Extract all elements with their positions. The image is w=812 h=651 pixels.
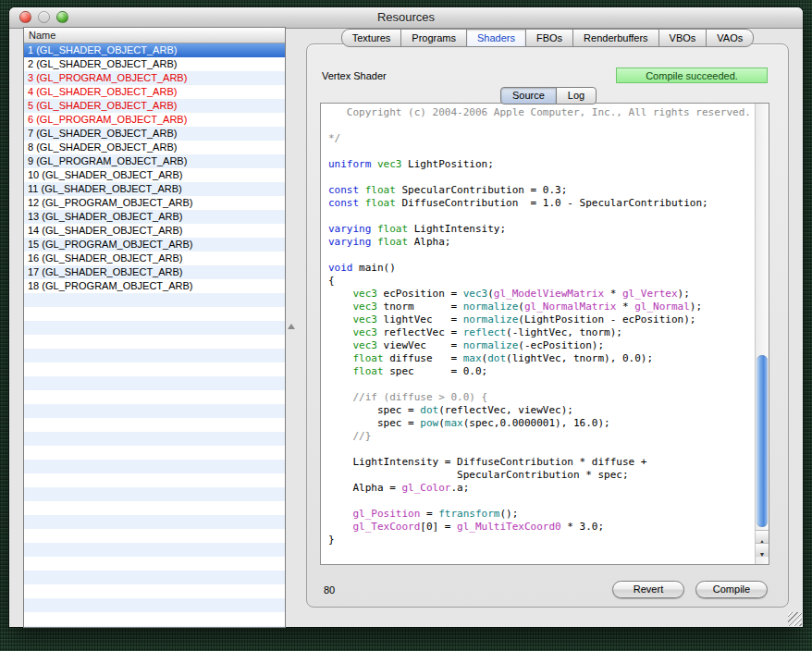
code-line: } (328, 534, 753, 547)
tab-textures[interactable]: Textures (341, 29, 402, 47)
list-empty-row (24, 349, 285, 362)
code-line: spec = pow(max(spec,0.0000001), 16.0); (328, 417, 753, 430)
code-line (328, 119, 753, 132)
list-item[interactable]: 3 (GL_PROGRAM_OBJECT_ARB) (24, 71, 285, 85)
code-line: float spec = 0.0; (328, 365, 753, 378)
list-empty-row (24, 473, 285, 487)
close-icon[interactable] (19, 11, 31, 23)
scroll-down-button[interactable]: ▼ (756, 543, 769, 557)
list-empty-row (24, 335, 285, 349)
code-line: vec3 ecPosition = vec3(gl_ModelViewMatri… (328, 288, 753, 301)
code-line: LightIntensity = DiffuseContribution * d… (328, 456, 753, 469)
segment-log[interactable]: Log (556, 87, 597, 104)
code-line: varying float LightIntensity; (328, 223, 753, 236)
vertical-scrollbar[interactable]: ▲ ▼ (755, 104, 769, 564)
list-item[interactable]: 17 (GL_SHADER_OBJECT_ARB) (24, 265, 285, 279)
tab-vbos[interactable]: VBOs (658, 29, 707, 47)
list-empty-row (24, 362, 285, 376)
list-item[interactable]: 15 (GL_PROGRAM_OBJECT_ARB) (24, 238, 285, 252)
list-empty-row (24, 626, 285, 628)
shader-source-editor[interactable]: Copyright (c) 2004-2006 Apple Computer, … (320, 103, 769, 565)
list-scroll-indicator[interactable] (288, 324, 295, 329)
list-empty-row (24, 584, 285, 598)
list-item[interactable]: 14 (GL_SHADER_OBJECT_ARB) (24, 224, 285, 238)
zoom-icon[interactable] (56, 11, 68, 23)
code-line: gl_Position = ftransform(); (328, 508, 753, 521)
window-title: Resources (9, 7, 803, 28)
code-line: vec3 viewVec = normalize(-ecPosition); (328, 339, 753, 352)
code-line: SpecularContribution * spec; (328, 469, 753, 482)
list-item[interactable]: 2 (GL_SHADER_OBJECT_ARB) (24, 57, 285, 71)
list-item[interactable]: 8 (GL_SHADER_OBJECT_ARB) (24, 141, 285, 154)
list-empty-row (24, 293, 285, 307)
down-arrow-icon: ▼ (759, 548, 766, 560)
list-item[interactable]: 11 (GL_SHADER_OBJECT_ARB) (24, 182, 285, 196)
list-empty-row (24, 501, 285, 515)
source-log-segments: SourceLog (500, 87, 597, 104)
resource-list-rows: 1 (GL_SHADER_OBJECT_ARB)2 (GL_SHADER_OBJ… (24, 43, 285, 627)
code-line: uniform vec3 LightPosition; (328, 158, 753, 171)
list-item[interactable]: 9 (GL_PROGRAM_OBJECT_ARB) (24, 154, 285, 168)
code-line: varying float Alpha; (328, 236, 753, 249)
tab-shaders[interactable]: Shaders (466, 29, 526, 47)
code-line (328, 495, 753, 508)
code-line (328, 210, 753, 223)
revert-button[interactable]: Revert (612, 581, 684, 598)
segment-source[interactable]: Source (500, 87, 557, 104)
list-empty-row (24, 515, 285, 529)
list-empty-row (24, 612, 285, 626)
list-header-name[interactable]: Name (24, 28, 285, 43)
code-line: //if (diffuse > 0.0) { (328, 391, 753, 404)
title-bar[interactable]: Resources (9, 7, 803, 29)
compile-button[interactable]: Compile (695, 581, 768, 598)
tab-bar: TexturesProgramsShadersFBOsRenderbuffers… (306, 29, 789, 47)
list-empty-row (24, 571, 285, 584)
list-empty-row (24, 543, 285, 557)
code-line (328, 171, 753, 184)
scroll-up-button[interactable]: ▲ (756, 530, 769, 544)
code-line: void main() (328, 262, 753, 275)
list-item[interactable]: 6 (GL_PROGRAM_OBJECT_ARB) (24, 113, 285, 127)
list-item[interactable]: 5 (GL_SHADER_OBJECT_ARB) (24, 99, 285, 113)
code-line (328, 378, 753, 391)
list-empty-row (24, 529, 285, 543)
code-content: Copyright (c) 2004-2006 Apple Computer, … (328, 106, 753, 564)
traffic-lights (19, 11, 68, 23)
minimize-icon[interactable] (38, 11, 50, 23)
list-item[interactable]: 4 (GL_SHADER_OBJECT_ARB) (24, 85, 285, 99)
code-line: const float SpecularContribution = 0.3; (328, 184, 753, 197)
code-line: const float DiffuseContribution = 1.0 - … (328, 197, 753, 210)
list-empty-row (24, 418, 285, 432)
code-line (328, 145, 753, 158)
list-item[interactable]: 16 (GL_SHADER_OBJECT_ARB) (24, 252, 285, 265)
desktop-background: Resources Name 1 (GL_SHADER_OBJECT_ARB)2… (0, 0, 812, 651)
code-line: { (328, 275, 753, 288)
code-line: Alpha = gl_Color.a; (328, 482, 753, 495)
code-line: */ (328, 132, 753, 145)
tab-fbos[interactable]: FBOs (525, 29, 573, 47)
scrollbar-thumb[interactable] (757, 355, 768, 527)
list-item[interactable]: 13 (GL_SHADER_OBJECT_ARB) (24, 210, 285, 224)
tab-vaos[interactable]: VAOs (706, 29, 754, 47)
shader-object-id: 80 (324, 584, 335, 596)
list-item[interactable]: 12 (GL_PROGRAM_OBJECT_ARB) (24, 196, 285, 210)
list-item[interactable]: 1 (GL_SHADER_OBJECT_ARB) (24, 43, 285, 57)
list-empty-row (24, 432, 285, 446)
list-empty-row (24, 460, 285, 473)
code-line: Copyright (c) 2004-2006 Apple Computer, … (328, 106, 753, 119)
resources-window: Resources Name 1 (GL_SHADER_OBJECT_ARB)2… (9, 7, 803, 627)
list-item[interactable]: 7 (GL_SHADER_OBJECT_ARB) (24, 127, 285, 141)
code-line (328, 443, 753, 456)
list-empty-row (24, 487, 285, 501)
list-item[interactable]: 10 (GL_SHADER_OBJECT_ARB) (24, 168, 285, 182)
tab-programs[interactable]: Programs (400, 29, 467, 47)
shader-panel: Vertex Shader Compile succeeded. SourceL… (306, 43, 789, 608)
list-empty-row (24, 557, 285, 571)
list-item[interactable]: 18 (GL_PROGRAM_OBJECT_ARB) (24, 279, 285, 293)
resize-grip[interactable] (788, 612, 802, 626)
tab-renderbuffers[interactable]: Renderbuffers (572, 29, 659, 47)
list-empty-row (24, 404, 285, 418)
list-empty-row (24, 446, 285, 460)
code-line: vec3 lightVec = normalize(LightPosition … (328, 313, 753, 326)
code-line: gl_TexCoord[0] = gl_MultiTexCoord0 * 3.0… (328, 521, 753, 534)
